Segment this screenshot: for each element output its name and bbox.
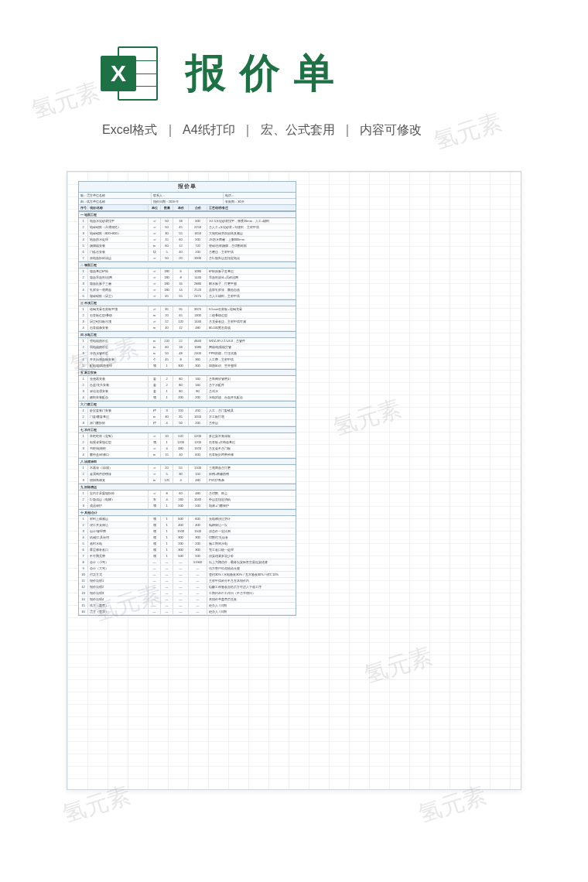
cell: 大规格砖另加损耗及搬运: [207, 231, 296, 236]
cell: —: [161, 603, 173, 608]
cell: 耐水腻子，打磨平整: [207, 281, 296, 286]
table-row: 1木器漆（清/混）㎡20551100三底两面含打磨: [79, 465, 296, 471]
cell: 完工收口统一处理: [207, 547, 296, 552]
cell: 45: [173, 224, 189, 230]
cell: 150: [189, 471, 207, 477]
cell: 18: [173, 218, 189, 224]
cell: 220: [161, 338, 173, 344]
cell: 50: [161, 255, 173, 261]
cell: —: [149, 584, 161, 590]
cell: 5: [79, 363, 88, 368]
sub-macro: 宏、公式套用: [261, 123, 335, 136]
cell: 50: [161, 350, 173, 356]
cell: m: [149, 313, 161, 318]
cell: —: [173, 566, 189, 571]
cell: 窗帘盒/检修口: [88, 452, 149, 457]
cell: —: [149, 578, 161, 583]
cell: 1050: [189, 414, 207, 419]
cell: 不可预见费: [88, 553, 149, 559]
cell: 35: [173, 414, 189, 419]
cell: 720: [189, 243, 207, 248]
cell: 4: [79, 287, 88, 292]
cell: 4: [161, 446, 173, 451]
cell: 1920: [189, 446, 207, 451]
cell: —: [173, 584, 189, 590]
cell: 踢脚线安装: [88, 243, 149, 248]
cell: 需方（签字）: [88, 609, 149, 614]
cell: —: [189, 584, 207, 590]
cell: 含人工+水泥砂浆+勾缝剂，主材甲供: [207, 224, 296, 230]
cell: 含试水: [207, 388, 296, 394]
cell: 套: [149, 376, 161, 381]
cell: 4: [79, 237, 88, 242]
cell: 160: [189, 382, 207, 388]
cell: 20: [173, 255, 189, 261]
table-row: 8合计（小写）———51960以上为预估价，最终以实际发生量据实结算: [79, 559, 296, 566]
cell: 480: [173, 446, 189, 451]
cell: 轻钢龙骨石膏板平顶: [88, 306, 149, 312]
cell: 3: [79, 231, 88, 236]
col-name: 项目/名称: [88, 205, 149, 210]
cell: 8: [173, 275, 189, 280]
cell: 6: [79, 249, 88, 255]
cell: m: [149, 414, 161, 419]
table-row: 3设计/管理费项115001500按总价一定比例: [79, 528, 296, 535]
cell: 1: [161, 503, 173, 508]
cell: 9: [79, 566, 88, 571]
cell: —: [161, 572, 173, 577]
cell: 含五金不含门板: [207, 446, 296, 451]
spreadsheet-preview: 报价单 致：需方单位名称 联系人： 电话： 由：供方单位名称 报价日期：2019…: [67, 171, 521, 790]
cell: 电视背景墙造型: [88, 439, 149, 445]
cell: 12: [161, 319, 173, 324]
cell: 8: [79, 559, 88, 565]
cell: —: [173, 572, 189, 577]
table-row: 1轻钢龙骨石膏板平顶㎡359533259.5mm石膏板+轻钢龙骨: [79, 306, 296, 313]
cell: 1300: [189, 313, 207, 318]
cell: 1: [79, 408, 88, 413]
cell: 阴阳角修直: [88, 477, 149, 483]
cell: m: [149, 452, 161, 457]
cell: 14: [79, 597, 88, 602]
cell: 4: [79, 325, 88, 330]
cell: 零星修补收口: [88, 547, 149, 552]
table-row: 1坐便器安装套280160含角阀软管密封: [79, 376, 296, 382]
table-row: 5配电箱/回路整理项1300300回路标识、空开整理: [79, 363, 296, 369]
cell: 5: [161, 471, 173, 477]
cell: 400: [189, 522, 207, 528]
cell: 12: [173, 243, 189, 248]
table-row: 10付款方式————签约30% / 水电验收30% / 瓦木验收30% / 竣工…: [79, 572, 296, 578]
cell: 30: [161, 414, 173, 419]
cell: 地砖铺贴（800×800）: [88, 231, 149, 236]
cell: 人工，含门套锁具: [207, 408, 296, 413]
cell: PVC护角条: [207, 477, 296, 483]
cell: ㎡: [149, 255, 161, 261]
excel-icon-badge: X: [101, 56, 136, 91]
cell: 含角阀软管密封: [207, 376, 296, 381]
cell: —: [161, 584, 173, 590]
cell: 30: [173, 471, 189, 477]
cell: 5: [79, 243, 88, 248]
cell: 室内非承重墙拆除: [88, 491, 149, 496]
meta-phone: 电话：: [224, 193, 296, 198]
cell: 60: [173, 491, 189, 496]
cell: 项: [149, 503, 161, 508]
section-header: 五 厨卫安装: [79, 369, 296, 376]
cell: 项: [149, 553, 161, 559]
cell: 伍万壹仟玖佰陆拾元整: [207, 566, 296, 571]
cell: 200: [189, 420, 207, 426]
cell: 4840: [189, 338, 207, 344]
table-row: 4乳胶漆一底两面㎡180142520品牌乳胶漆，颜色自选: [79, 287, 296, 293]
cell: 石膏板+木饰面基层: [207, 439, 296, 445]
page-title: 报价单: [186, 46, 348, 101]
cell: 2: [79, 344, 88, 350]
table-row: 7原地面拆除清运㎡50201000含垃圾外运至指定地点: [79, 255, 296, 262]
cell: 品牌乳胶漆，颜色自选: [207, 287, 296, 292]
cell: 垃圾清运（电梯）: [88, 497, 149, 502]
cell: 2: [79, 522, 88, 528]
cell: 480: [189, 491, 207, 496]
cell: 3: [79, 350, 88, 356]
cell: 合计（大写）: [88, 566, 149, 571]
cell: 原门窗拆除: [88, 420, 149, 426]
sub-print: A4纸打印: [183, 123, 235, 136]
cell: 15: [79, 603, 88, 608]
